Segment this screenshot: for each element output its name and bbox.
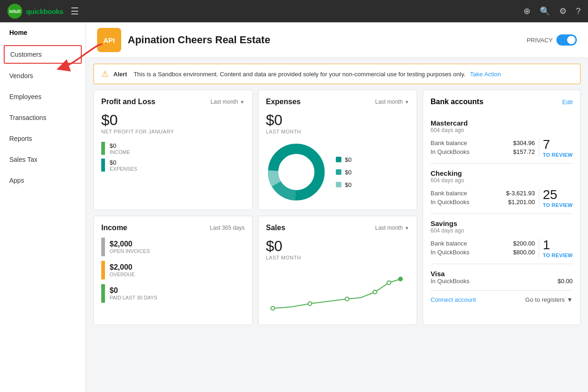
- topnav-right: ⊕ 🔍 ⚙ ?: [523, 6, 581, 16]
- sidebar-item-home[interactable]: Home: [0, 22, 85, 43]
- visa-name: Visa: [431, 270, 573, 278]
- checking-balance: $-3,621.93: [506, 190, 535, 197]
- donut-legend: $0 $0 $0: [336, 156, 352, 188]
- sales-title: Sales: [266, 224, 286, 232]
- donut-container: $0 $0 $0: [266, 142, 410, 202]
- sidebar-item-employees[interactable]: Employees: [0, 86, 85, 107]
- sales-dropdown-arrow: ▼: [405, 226, 409, 231]
- income-period: Last 365 days: [210, 225, 245, 231]
- open-invoices-row: $2,000 OPEN INVOICES: [101, 238, 245, 256]
- savings-review-num: 1: [543, 238, 573, 252]
- legend-dot-2: [336, 169, 341, 175]
- savings-qb: $800.00: [513, 249, 535, 256]
- savings-balance-label: Bank balance: [431, 240, 467, 247]
- sidebar-item-reports[interactable]: Reports: [0, 128, 85, 149]
- sidebar-item-apps[interactable]: Apps: [0, 170, 85, 191]
- company-info: API Apination Cheers Real Estate: [97, 28, 270, 52]
- mastercard-row: Bank balance $304.96 In QuickBooks $157.…: [431, 137, 573, 158]
- sidebar-item-sales-tax[interactable]: Sales Tax: [0, 149, 85, 170]
- alert-action-link[interactable]: Take Action: [470, 71, 501, 78]
- paid-row: $0 PAID LAST 30 DAYS: [101, 284, 245, 303]
- mastercard-age: 604 days ago: [431, 127, 573, 133]
- invoices-bar-indicator: [101, 238, 105, 256]
- overdue-bar-indicator: [101, 261, 105, 279]
- profit-loss-period[interactable]: Last month ▼: [210, 99, 244, 105]
- savings-row: Bank balance $200.00 In QuickBooks $800.…: [431, 238, 573, 258]
- privacy-switch[interactable]: [556, 34, 577, 46]
- expenses-sublabel: LAST MONTH: [266, 129, 410, 134]
- expenses-value: $0: [110, 159, 137, 166]
- income-label: INCOME: [110, 149, 130, 155]
- svg-point-5: [279, 154, 314, 190]
- profit-loss-bars: $0 INCOME $0 EXPENSES: [101, 142, 245, 172]
- sidebar: Home Customers Vendors Employees Transac…: [0, 22, 86, 392]
- mastercard-review-num: 7: [543, 137, 573, 152]
- hamburger-menu[interactable]: ☰: [71, 6, 79, 17]
- bank-edit-button[interactable]: Edit: [562, 99, 573, 106]
- expenses-label: EXPENSES: [110, 166, 137, 172]
- search-icon[interactable]: 🔍: [540, 6, 550, 16]
- checking-review[interactable]: 25 TO REVIEW: [543, 187, 573, 208]
- settings-icon[interactable]: ⚙: [559, 6, 567, 16]
- svg-point-9: [373, 290, 377, 294]
- mastercard-divider: [539, 138, 539, 157]
- sales-line-chart: [266, 273, 410, 315]
- open-invoices-value: $2,000: [110, 240, 150, 248]
- bank-accounts-header: Bank accounts Edit: [431, 98, 573, 106]
- company-name: Apination Cheers Real Estate: [128, 34, 270, 46]
- quickbooks-logo[interactable]: intuit quickbooks: [7, 4, 63, 19]
- alert-title: Alert: [113, 71, 127, 78]
- profit-loss-header: Profit and Loss Last month ▼: [101, 98, 245, 106]
- profit-loss-sublabel: NET PROFIT FOR JANUARY: [101, 129, 245, 134]
- connect-account-button[interactable]: Connect account: [431, 296, 476, 303]
- savings-qb-label: In QuickBooks: [431, 249, 470, 256]
- visa-row: In QuickBooks $0.00: [431, 278, 573, 285]
- legend-item-2: $0: [336, 169, 352, 176]
- savings-age: 604 days ago: [431, 227, 573, 234]
- quickbooks-wordmark: quickbooks: [26, 7, 63, 15]
- sidebar-item-transactions[interactable]: Transactions: [0, 107, 85, 128]
- expenses-title: Expenses: [266, 98, 301, 106]
- bank-account-mastercard: Mastercard 604 days ago Bank balance $30…: [431, 113, 573, 164]
- checking-name: Checking: [431, 169, 573, 177]
- savings-name: Savings: [431, 219, 573, 227]
- checking-review-badge[interactable]: TO REVIEW: [543, 202, 573, 208]
- savings-review-badge[interactable]: TO REVIEW: [543, 252, 573, 258]
- checking-age: 604 days ago: [431, 177, 573, 184]
- legend-dot-1: [336, 157, 341, 162]
- expenses-header: Expenses Last month ▼: [266, 98, 410, 106]
- expenses-amount: $0: [266, 112, 410, 129]
- bank-account-savings: Savings 604 days ago Bank balance $200.0…: [431, 214, 573, 264]
- mastercard-balance-label: Bank balance: [431, 140, 467, 146]
- income-card: Income Last 365 days $2,000 OPEN INVOICE…: [93, 216, 253, 325]
- period-dropdown-arrow: ▼: [240, 100, 245, 105]
- expenses-dropdown-arrow: ▼: [405, 100, 409, 105]
- legend-dot-3: [336, 182, 341, 187]
- add-icon[interactable]: ⊕: [523, 6, 530, 16]
- checking-qb: $1,201.00: [508, 199, 535, 206]
- mastercard-review[interactable]: 7 TO REVIEW: [543, 137, 573, 158]
- income-stats: $2,000 OPEN INVOICES $2,000 OVERDUE: [101, 238, 245, 303]
- sales-period[interactable]: Last month ▼: [375, 225, 409, 231]
- expenses-bar: [101, 159, 105, 172]
- mastercard-review-badge[interactable]: TO REVIEW: [543, 152, 573, 158]
- svg-point-6: [271, 306, 274, 310]
- sidebar-item-vendors[interactable]: Vendors: [0, 66, 85, 86]
- go-to-registers-button[interactable]: Go to registers ▼: [525, 296, 573, 303]
- svg-point-11: [398, 277, 403, 281]
- sidebar-item-customers[interactable]: Customers: [4, 45, 82, 64]
- connect-row: Connect account Go to registers ▼: [431, 296, 573, 303]
- top-navigation: intuit quickbooks ☰ ⊕ 🔍 ⚙ ?: [0, 0, 588, 22]
- overdue-label: OVERDUE: [110, 272, 135, 277]
- expenses-period[interactable]: Last month ▼: [375, 99, 409, 105]
- savings-review[interactable]: 1 TO REVIEW: [543, 238, 573, 258]
- profit-loss-card: Profit and Loss Last month ▼ $0 NET PROF…: [93, 90, 253, 210]
- sales-header: Sales Last month ▼: [266, 224, 410, 232]
- company-header: API Apination Cheers Real Estate PRIVACY: [86, 22, 588, 58]
- alert-icon: ⚠: [101, 69, 109, 79]
- bank-accounts-card: Bank accounts Edit Mastercard 604 days a…: [423, 90, 581, 325]
- sales-amount: $0: [266, 238, 410, 255]
- help-icon[interactable]: ?: [576, 7, 581, 16]
- privacy-toggle[interactable]: PRIVACY: [527, 34, 577, 46]
- overdue-row: $2,000 OVERDUE: [101, 261, 245, 279]
